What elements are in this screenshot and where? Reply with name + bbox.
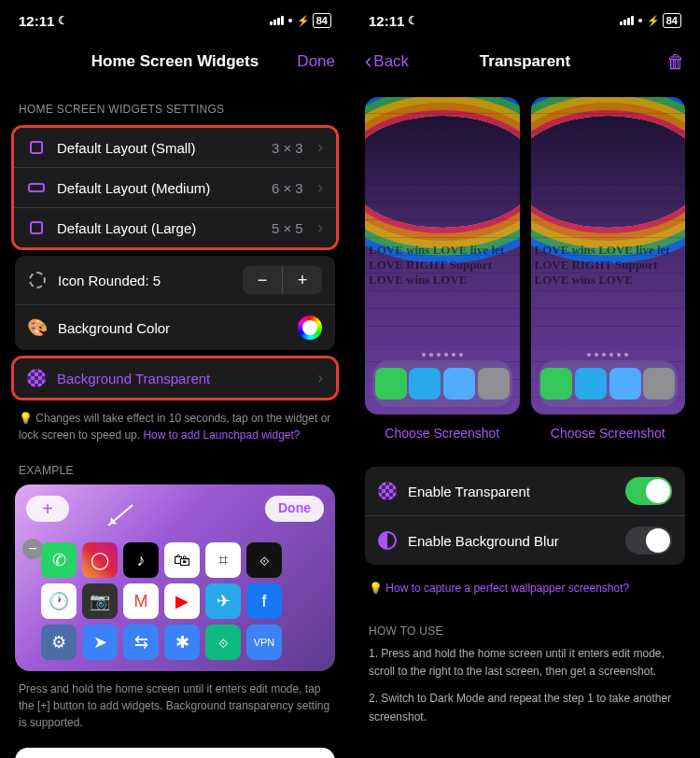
rounded-stepper: − + [243,266,322,294]
example-preview: + Done − ✆ ◯ ♪ 🛍 ⌗ ⟐ 🕐 📷 M ▶ ✈ f ⚙ [15,484,335,671]
bulb-icon: 💡 [369,582,385,595]
battery-icon: ⚡ 84 [647,13,681,28]
trash-button[interactable]: 🗑 [666,51,685,73]
row-background-color[interactable]: 🎨 Background Color [15,305,335,350]
square-icon [27,218,46,237]
row-label: Default Layout (Medium) [57,180,260,196]
transparent-toggle[interactable] [625,477,672,505]
section-header-howto: HOW TO USE [350,604,700,645]
checker-icon [378,482,397,500]
status-time: 12:11 [19,13,54,29]
page-title: Transparent [480,52,570,71]
square-icon [27,138,46,157]
dnd-moon-icon: ☾ [58,14,68,27]
row-label: Default Layout (Large) [57,220,260,236]
half-circle-icon [378,531,397,550]
page-title: Home Screen Widgets [91,52,259,71]
remove-badge-icon: − [22,539,43,559]
chevron-left-icon: ‹ [365,49,371,74]
howto-step-1: 1. Press and hold the home screen until … [369,645,681,681]
back-button[interactable]: ‹ Back [365,49,409,74]
done-button[interactable]: Done [297,52,335,71]
section-header-settings: HOME SCREEN WIDGETS SETTINGS [15,82,335,123]
row-value: 5 × 5 [272,220,303,236]
screen-widgets: 12:11 ☾ ⚡ 84 Home Screen Widgets Done HO… [0,0,350,758]
row-background-transparent[interactable]: Background Transparent › [14,358,336,398]
row-layout-small[interactable]: Default Layout (Small) 3 × 3 › [14,128,336,168]
row-layout-large[interactable]: Default Layout (Large) 5 × 5 › [14,208,336,247]
recording-dot-icon [638,19,642,22]
status-time: 12:11 [369,13,404,29]
chevron-right-icon: › [318,219,323,236]
status-bar: 12:11 ☾ ⚡ 84 [350,0,700,41]
howto-step-2: 2. Switch to Dark Mode and repeat the st… [369,690,681,725]
signal-icon [620,16,634,25]
color-picker-icon[interactable] [298,316,322,340]
status-bar: 12:11 ☾ ⚡ 84 [0,0,350,41]
chevron-right-icon: › [318,139,323,156]
checker-icon [27,369,46,387]
row-label: Background Transparent [57,371,303,386]
tip-link[interactable]: How to add Launchpad widget? [143,428,300,442]
signal-icon [270,16,284,25]
dnd-moon-icon: ☾ [408,14,418,27]
row-enable-blur: Enable Background Blur [365,516,685,565]
blur-toggle[interactable] [625,526,672,554]
row-icon-rounded: Icon Rounded: 5 − + [15,256,335,305]
choose-screenshot-button[interactable]: Choose Screenshot [531,414,686,444]
chevron-right-icon: › [318,370,323,386]
row-enable-transparent: Enable Transparent [365,467,685,516]
screenshot-preview-dark[interactable]: LOVE wins LOVE live let LOVE RIGHT Suppo… [531,97,686,414]
rectangle-icon [27,178,46,197]
battery-icon: ⚡ 84 [297,13,331,28]
row-label: Enable Transparent [408,484,614,499]
row-label: Enable Background Blur [408,533,614,549]
launcher-box-card[interactable]: 🚀 Launcher Box (New) Lock Launcher Show … [15,748,335,758]
highlight-box-2: Background Transparent › [11,356,339,400]
row-layout-medium[interactable]: Default Layout (Medium) 6 × 3 › [14,168,336,208]
tip-text: 💡 Changes will take effect in 10 seconds… [15,402,335,443]
choose-screenshot-button[interactable]: Choose Screenshot [365,414,520,444]
row-label: Background Color [58,320,287,336]
row-value: 6 × 3 [272,180,303,196]
section-header-example: EXAMPLE [15,443,335,484]
stepper-plus[interactable]: + [283,266,322,294]
dock [539,360,679,407]
palette-icon: 🎨 [28,318,47,337]
add-widget-pill: + [26,496,69,522]
nav-bar: ‹ Back Transparent 🗑 [350,41,700,82]
recording-dot-icon [288,19,292,22]
capture-tip-link[interactable]: How to capture a perfect wallpapper scre… [385,582,629,595]
row-label: Icon Rounded: 5 [58,273,231,288]
example-icon-grid: ✆ ◯ ♪ 🛍 ⌗ ⟐ 🕐 📷 M ▶ ✈ f ⚙ ➤ ⇆ ✱ ⟐ VPN [41,542,316,660]
screen-transparent: 12:11 ☾ ⚡ 84 ‹ Back Transparent 🗑 LOVE w… [350,0,700,758]
nav-bar: Home Screen Widgets Done [0,41,350,82]
dashed-circle-icon [28,271,47,289]
screenshot-preview-light[interactable]: LOVE wins LOVE live let LOVE RIGHT Suppo… [365,97,520,414]
howto-steps: 1. Press and hold the home screen until … [350,645,700,726]
highlight-box-1: Default Layout (Small) 3 × 3 › Default L… [11,125,339,250]
row-value: 3 × 3 [272,140,303,156]
capture-tip: 💡 How to capture a perfect wallpapper sc… [350,572,700,604]
example-description: Press and hold the home screen until it … [15,671,335,740]
row-label: Default Layout (Small) [57,140,260,156]
stepper-minus[interactable]: − [243,266,282,294]
done-pill: Done [265,496,324,522]
chevron-right-icon: › [318,179,323,196]
dock [372,360,512,407]
